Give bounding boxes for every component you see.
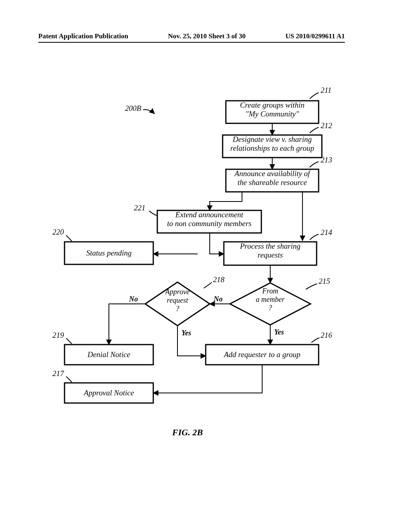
decision-218-line1: Approve (153, 288, 202, 296)
leader-216 (311, 338, 319, 343)
node-221-line1: Extend announcement (157, 210, 261, 219)
ref-216: 216 (321, 331, 332, 339)
decision-218-line3: ? (153, 305, 202, 313)
ref-213: 213 (321, 156, 332, 164)
leader-212 (310, 127, 319, 133)
node-214-line2: requests (224, 251, 317, 260)
leader-218 (204, 283, 212, 288)
node-219: Denial Notice 219 (52, 331, 153, 365)
leader-215 (306, 284, 317, 289)
decision-215-line1: From (238, 287, 302, 295)
node-220: Status pending 220 (52, 228, 153, 264)
figure-label-leader (143, 110, 154, 114)
header-center: Nov. 25, 2010 Sheet 3 of 30 (168, 32, 246, 40)
node-216-line1: Add requester to a group (224, 350, 300, 359)
page: Patent Application Publication Nov. 25, … (0, 0, 413, 532)
header-right: US 2010/0299611 A1 (286, 32, 345, 40)
branch-218-no: No (129, 295, 138, 303)
ref-217: 217 (52, 369, 65, 378)
node-214-line1: Process the sharing (224, 242, 317, 251)
header-rule (38, 42, 345, 43)
node-221: Extend announcement to non community mem… (134, 204, 261, 233)
branch-215-yes: Yes (274, 328, 284, 336)
node-221-line2: to non community members (157, 219, 261, 228)
node-211-line1: Create groups within (226, 101, 319, 110)
node-214: Process the sharing requests 214 (224, 228, 332, 265)
node-212: Designate view v. sharing relationships … (223, 121, 332, 158)
leader-219 (66, 338, 72, 344)
page-header: Patent Application Publication Nov. 25, … (38, 32, 345, 40)
node-211-line2: "My Community" (226, 110, 319, 118)
leader-214 (310, 234, 319, 240)
arrow-218-no (109, 304, 145, 345)
ref-219: 219 (52, 331, 64, 339)
flowchart-diagram: 200B Create groups within "My Community"… (40, 81, 335, 455)
leader-220 (66, 235, 72, 241)
node-213-line2: the shareable resource (226, 178, 319, 187)
leader-217 (66, 376, 72, 382)
leader-211 (310, 93, 319, 99)
node-212-line2: relationships to each group (223, 144, 322, 153)
arrow-221-214 (210, 233, 224, 254)
decision-218-line2: request (153, 296, 202, 305)
figure-caption: FIG. 2B (172, 427, 203, 437)
arrow-213-221 (210, 192, 242, 210)
decision-215-line3: ? (238, 304, 302, 312)
ref-218: 218 (213, 275, 225, 284)
node-219-line1: Denial Notice (88, 350, 130, 359)
arrow-216-217 (153, 365, 262, 393)
node-217-line1: Approval Notice (84, 389, 134, 397)
ref-211: 211 (321, 86, 332, 94)
node-216: Add requester to a group 216 (206, 331, 332, 365)
leader-221 (149, 211, 157, 216)
ref-214: 214 (321, 228, 332, 237)
ref-212: 212 (321, 121, 332, 130)
ref-220: 220 (52, 228, 64, 236)
header-left: Patent Application Publication (38, 32, 128, 40)
branch-215-no: No (213, 295, 223, 303)
decision-218: Approve request ? 218 (145, 275, 225, 326)
node-220-line1: Status pending (86, 249, 131, 257)
decision-215-line2: a member (238, 295, 302, 304)
node-217: Approval Notice 217 (52, 369, 153, 403)
node-212-line1: Designate view v. sharing (223, 135, 322, 144)
branch-218-yes: Yes (181, 329, 191, 337)
node-213-line1: Announce availability of (226, 169, 319, 178)
ref-221: 221 (134, 204, 146, 212)
decision-215: From a member ? 215 (230, 277, 330, 325)
figure-label: 200B (125, 104, 142, 112)
node-211: Create groups within "My Community" 211 (226, 86, 332, 123)
ref-215: 215 (319, 277, 330, 285)
leader-213 (310, 162, 319, 167)
node-213: Announce availability of the shareable r… (226, 156, 332, 192)
